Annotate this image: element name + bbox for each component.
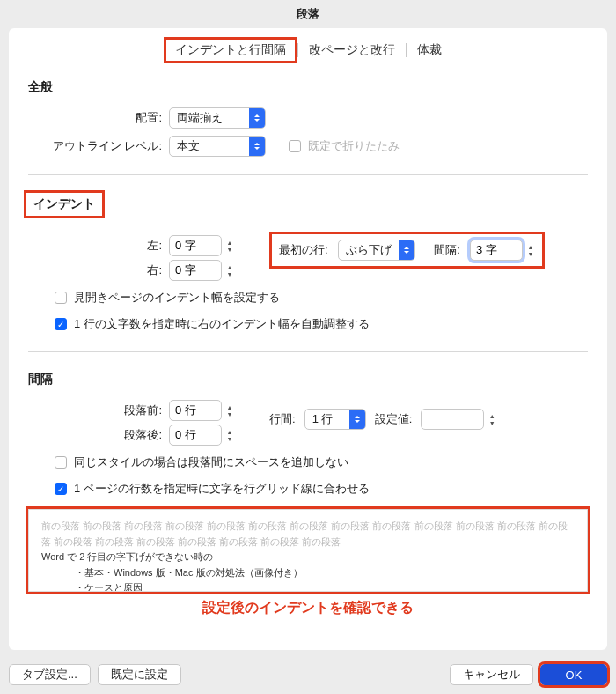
dialog-content: インデントと行間隔 改ページと改行 体裁 全般 配置: 両端揃え アウトライン …: [9, 28, 607, 650]
section-general-title: 全般: [28, 79, 588, 95]
titlebar: 段落: [0, 0, 616, 28]
section-indent-title: インデント: [28, 195, 100, 214]
chevron-up-icon: ▲: [225, 239, 234, 246]
firstline-select[interactable]: ぶら下げ: [338, 240, 415, 261]
set-value-label: 設定値:: [375, 411, 413, 427]
auto-checkbox[interactable]: ✓: [55, 318, 67, 330]
tab-typography[interactable]: 体裁: [407, 39, 452, 62]
auto-indent-row[interactable]: ✓ 1 行の文字数を指定時に右のインデント幅を自動調整する: [55, 316, 588, 332]
tabs-settings-button[interactable]: タブ設定...: [9, 664, 91, 685]
stepper-arrows[interactable]: ▲▼: [488, 412, 496, 426]
snap-checkbox[interactable]: ✓: [55, 483, 67, 495]
alignment-label: 配置:: [28, 110, 169, 126]
section-spacing-title: 間隔: [28, 372, 588, 388]
before-stepper[interactable]: ▲▼: [169, 400, 234, 421]
mirror-checkbox[interactable]: [55, 292, 67, 304]
preview-line2: ・基本・Windows 版・Mac 版の対処法（画像付き）: [41, 565, 575, 581]
chevron-up-icon: ▲: [225, 428, 234, 435]
line-spacing-select[interactable]: 1 行: [304, 409, 366, 430]
alignment-value: 両端揃え: [169, 107, 266, 129]
chevron-down-icon: ▼: [225, 246, 234, 253]
mirror-label: 見開きページのインデント幅を設定する: [74, 290, 280, 306]
collapse-checkbox: [289, 140, 301, 152]
snap-row[interactable]: ✓ 1 ページの行数を指定時に文字を行グリッド線に合わせる: [55, 481, 588, 497]
outline-value: 本文: [169, 136, 266, 157]
chevron-up-icon: ▲: [225, 263, 234, 270]
chevron-down-icon: ▼: [225, 410, 234, 417]
outline-select[interactable]: 本文: [169, 136, 266, 157]
row-alignment: 配置: 両端揃え: [28, 107, 588, 129]
before-label: 段落前:: [28, 402, 169, 418]
snap-label: 1 ページの行数を指定時に文字を行グリッド線に合わせる: [74, 481, 370, 497]
tab-bar: インデントと行間隔 改ページと改行 体裁: [28, 37, 588, 63]
chevron-down-icon: ▼: [225, 435, 234, 442]
cancel-button[interactable]: キャンセル: [450, 664, 533, 685]
set-value-stepper[interactable]: ▲▼: [421, 409, 496, 430]
collapse-label: 既定で折りたたみ: [308, 138, 400, 154]
chevron-up-icon: ▲: [488, 412, 496, 419]
annotation-text: 設定後のインデントを確認できる: [28, 599, 588, 617]
line-spacing-label: 行間:: [269, 411, 296, 427]
nosame-row[interactable]: 同じスタイルの場合は段落間にスペースを追加しない: [55, 454, 588, 470]
alignment-select[interactable]: 両端揃え: [169, 107, 266, 129]
indent-right-label: 右:: [28, 262, 169, 278]
set-default-button[interactable]: 既定に設定: [98, 664, 181, 685]
preview-ghost: 前の段落 前の段落 前の段落 前の段落 前の段落 前の段落 前の段落 前の段落 …: [41, 519, 575, 550]
stepper-arrows[interactable]: ▲▼: [225, 428, 234, 442]
indent-firstline-group: 最初の行: ぶら下げ 間隔: ▲▼: [269, 232, 545, 269]
tab-indent-spacing[interactable]: インデントと行間隔: [164, 37, 297, 63]
nosame-checkbox[interactable]: [55, 456, 67, 469]
indent-left-label: 左:: [28, 238, 169, 254]
stepper-arrows[interactable]: ▲▼: [225, 263, 234, 277]
firstline-label: 最初の行:: [279, 243, 328, 256]
row-outline: アウトライン レベル: 本文 既定で折りたたみ: [28, 136, 588, 157]
indent-area: 左: ▲▼ 右: ▲▼ 最初の行:: [28, 232, 588, 284]
indent-right-input[interactable]: [169, 260, 222, 281]
mirror-indent-row[interactable]: 見開きページのインデント幅を設定する: [55, 290, 588, 306]
preview-line3: ・ケースと原因: [41, 580, 575, 592]
dialog-title: 段落: [297, 6, 319, 22]
line-spacing-value: 1 行: [304, 409, 366, 430]
stepper-arrows[interactable]: ▲▼: [225, 403, 234, 417]
indent-left-stepper[interactable]: ▲▼: [169, 235, 234, 256]
ok-button[interactable]: OK: [540, 664, 607, 685]
dialog-window: 段落 インデントと行間隔 改ページと改行 体裁 全般 配置: 両端揃え アウトラ…: [0, 0, 616, 694]
nosame-label: 同じスタイルの場合は段落間にスペースを追加しない: [74, 454, 348, 470]
firstline-gap-stepper[interactable]: ▲▼: [470, 240, 535, 261]
chevron-up-icon: ▲: [225, 403, 234, 410]
after-input[interactable]: [169, 425, 222, 446]
stepper-arrows[interactable]: ▲▼: [526, 243, 535, 257]
outline-label: アウトライン レベル:: [28, 138, 169, 154]
divider: [28, 351, 588, 352]
firstline-gap-label: 間隔:: [434, 243, 460, 256]
after-label: 段落後:: [28, 427, 169, 443]
tab-page-breaks[interactable]: 改ページと改行: [298, 39, 406, 62]
preview-box: 前の段落 前の段落 前の段落 前の段落 前の段落 前の段落 前の段落 前の段落 …: [28, 509, 588, 592]
set-value-input[interactable]: [421, 409, 484, 430]
preview-line1: Word で 2 行目の字下げができない時の: [41, 550, 575, 565]
after-stepper[interactable]: ▲▼: [169, 425, 234, 446]
stepper-arrows[interactable]: ▲▼: [225, 239, 234, 253]
chevron-down-icon: ▼: [225, 270, 234, 277]
firstline-gap-input[interactable]: [470, 240, 523, 261]
before-input[interactable]: [169, 400, 222, 421]
chevron-down-icon: ▼: [488, 419, 496, 426]
firstline-value: ぶら下げ: [338, 240, 415, 261]
dialog-footer: タブ設定... 既定に設定 キャンセル OK: [0, 657, 616, 694]
chevron-up-icon: ▲: [526, 243, 535, 250]
indent-left-input[interactable]: [169, 235, 222, 256]
divider: [28, 174, 588, 175]
chevron-down-icon: ▼: [526, 250, 535, 257]
indent-right-stepper[interactable]: ▲▼: [169, 260, 234, 281]
auto-label: 1 行の文字数を指定時に右のインデント幅を自動調整する: [74, 316, 370, 332]
